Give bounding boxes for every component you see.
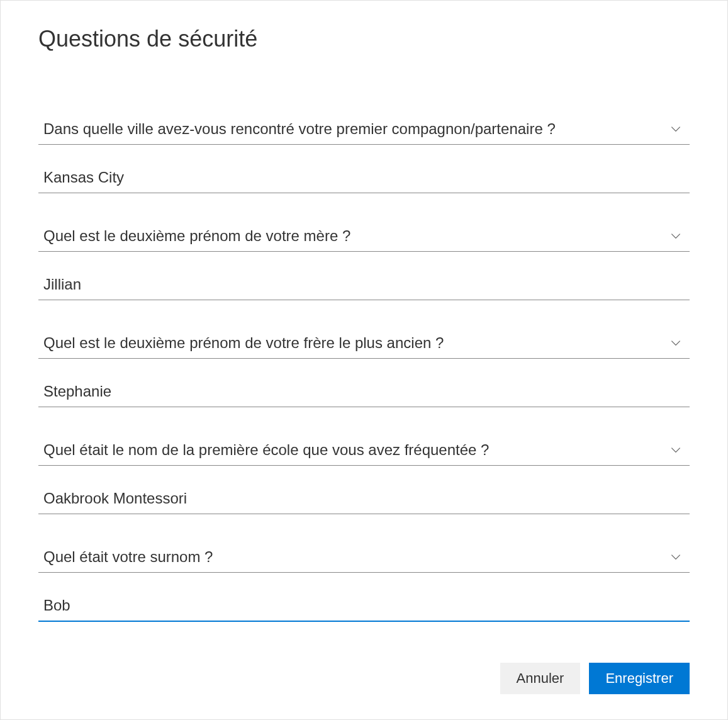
question-dropdown-2[interactable]: Quel est le deuxième prénom de votre mèr… [38, 222, 690, 252]
question-dropdown-4[interactable]: Quel était le nom de la première école q… [38, 436, 690, 466]
question-label: Quel était le nom de la première école q… [43, 441, 489, 459]
answer-input-5[interactable] [38, 592, 690, 622]
chevron-down-icon [669, 123, 682, 135]
question-label: Quel était votre surnom ? [43, 548, 213, 566]
answer-input-1[interactable] [38, 164, 690, 193]
cancel-button[interactable]: Annuler [500, 663, 581, 694]
questions-container: Dans quelle ville avez-vous rencontré vo… [38, 115, 690, 638]
chevron-down-icon [669, 337, 682, 349]
save-button[interactable]: Enregistrer [589, 663, 690, 694]
dialog-title: Questions de sécurité [38, 26, 690, 52]
question-group-2: Quel est le deuxième prénom de votre mèr… [38, 222, 690, 300]
answer-input-2[interactable] [38, 271, 690, 300]
question-dropdown-5[interactable]: Quel était votre surnom ? [38, 543, 690, 573]
answer-input-3[interactable] [38, 378, 690, 407]
chevron-down-icon [669, 230, 682, 242]
question-dropdown-1[interactable]: Dans quelle ville avez-vous rencontré vo… [38, 115, 690, 145]
question-label: Quel est le deuxième prénom de votre mèr… [43, 227, 350, 245]
question-group-4: Quel était le nom de la première école q… [38, 436, 690, 514]
question-group-1: Dans quelle ville avez-vous rencontré vo… [38, 115, 690, 193]
security-questions-dialog: Questions de sécurité Dans quelle ville … [0, 0, 728, 720]
chevron-down-icon [669, 444, 682, 456]
question-label: Dans quelle ville avez-vous rencontré vo… [43, 120, 556, 138]
chevron-down-icon [669, 551, 682, 563]
question-group-3: Quel est le deuxième prénom de votre frè… [38, 329, 690, 407]
question-dropdown-3[interactable]: Quel est le deuxième prénom de votre frè… [38, 329, 690, 359]
question-group-5: Quel était votre surnom ? [38, 543, 690, 622]
answer-input-4[interactable] [38, 485, 690, 514]
button-row: Annuler Enregistrer [38, 663, 690, 694]
question-label: Quel est le deuxième prénom de votre frè… [43, 334, 444, 352]
